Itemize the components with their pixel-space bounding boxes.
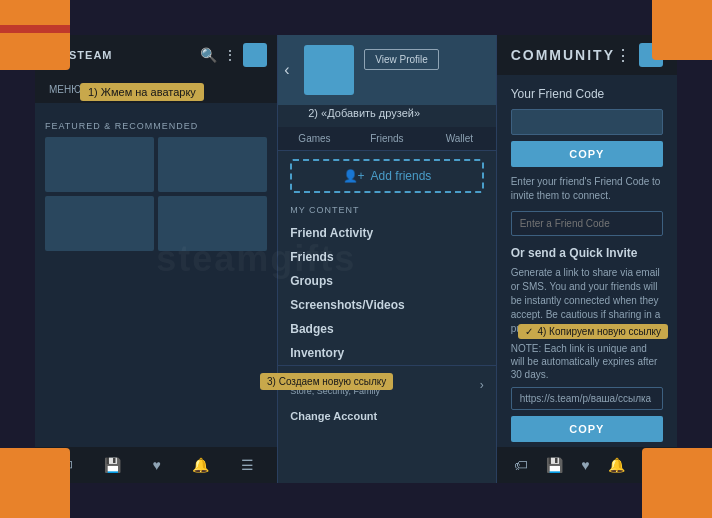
friend-code-input[interactable] [511, 109, 663, 135]
gift-decoration-bottom-right [642, 448, 712, 518]
annotation-create-link: 3) Создаем новую ссылку [260, 373, 393, 390]
annotation-4-text: 4) Копируем новую ссылку [537, 326, 661, 337]
enter-friend-code-input[interactable] [511, 211, 663, 236]
search-icon[interactable]: 🔍 [200, 47, 217, 63]
middle-panel-profile: ‹ View Profile 2) «Добавить друзей» Game… [278, 35, 496, 483]
profile-header: ‹ View Profile [278, 35, 495, 105]
chevron-right-icon: › [480, 378, 484, 392]
link-url-input[interactable] [511, 387, 663, 410]
add-friends-label: Add friends [371, 169, 432, 183]
check-icon: ✓ [525, 326, 533, 337]
content-item-friend-activity[interactable]: Friend Activity [290, 221, 483, 245]
community-header: COMMUNITY ⋮ [497, 35, 677, 75]
header-icons: 🔍 ⋮ [200, 43, 267, 67]
copy-link-button[interactable]: COPY [511, 416, 663, 442]
library-icon[interactable]: 💾 [104, 457, 121, 473]
add-friends-icon: 👤+ [343, 169, 365, 183]
change-account-btn[interactable]: Change Account [278, 404, 495, 428]
featured-label: FEATURED & RECOMMENDED [45, 121, 267, 131]
copy-friend-code-button[interactable]: COPY [511, 141, 663, 167]
friend-code-section-title: Your Friend Code [511, 87, 663, 101]
more-icon[interactable]: ⋮ [223, 47, 237, 63]
steam-header: STEAM 🔍 ⋮ [35, 35, 277, 75]
annotation-2-wrapper: 2) «Добавить друзей» [278, 105, 495, 127]
gift-decoration-top-left [0, 0, 70, 70]
invite-text: Enter your friend's Friend Code to invit… [511, 175, 663, 203]
content-item-screenshots[interactable]: Screenshots/Videos [290, 293, 483, 317]
tab-friends[interactable]: Friends [351, 127, 423, 150]
avatar[interactable] [243, 43, 267, 67]
annotation-4-wrapper: ✓ 4) Копируем новую ссылку NOTE: Each li… [511, 342, 663, 381]
note-text: NOTE: Each link is unique and will be au… [511, 342, 663, 381]
annotation-copy-link: ✓ 4) Копируем новую ссылку [518, 324, 668, 339]
featured-img-3 [45, 196, 154, 251]
library-icon-right[interactable]: 💾 [546, 457, 563, 473]
view-profile-button[interactable]: View Profile [364, 49, 439, 70]
bottom-nav-left: 🏷 💾 ♥ 🔔 ☰ [35, 447, 277, 483]
tab-wallet[interactable]: Wallet [423, 127, 495, 150]
community-content: Your Friend Code COPY Enter your friend'… [497, 75, 677, 447]
heart-icon[interactable]: ♥ [152, 457, 160, 473]
featured-section: FEATURED & RECOMMENDED [45, 121, 267, 251]
my-content-label: MY CONTENT [290, 205, 483, 215]
back-arrow-icon[interactable]: ‹ [284, 61, 289, 79]
add-friends-button[interactable]: 👤+ Add friends [290, 159, 483, 193]
profile-tabs: Games Friends Wallet [278, 127, 495, 151]
my-content-section: MY CONTENT Friend Activity Friends Group… [278, 201, 495, 365]
bell-icon-right[interactable]: 🔔 [608, 457, 625, 473]
content-item-friends[interactable]: Friends [290, 245, 483, 269]
quick-invite-title: Or send a Quick Invite [511, 246, 663, 260]
content-item-badges[interactable]: Badges [290, 317, 483, 341]
heart-icon-right[interactable]: ♥ [581, 457, 589, 473]
gift-decoration-bottom-left [0, 448, 70, 518]
annotation-click-avatar: 1) Жмем на аватарку [80, 83, 204, 101]
right-panel-community: COMMUNITY ⋮ Your Friend Code COPY Enter … [497, 35, 677, 483]
featured-images [45, 137, 267, 251]
more-options-icon[interactable]: ⋮ [615, 46, 631, 65]
gift-decoration-top-right [652, 0, 712, 60]
steam-logo-text: STEAM [69, 49, 113, 61]
featured-img-4 [158, 196, 267, 251]
featured-img-2 [158, 137, 267, 192]
bell-icon[interactable]: 🔔 [192, 457, 209, 473]
menu-icon[interactable]: ☰ [241, 457, 254, 473]
store-icon-right[interactable]: 🏷 [514, 457, 528, 473]
featured-img-1 [45, 137, 154, 192]
main-container: STEAM 🔍 ⋮ МЕНЮ▼ WISHLIST WALLET 1) Жмем … [35, 35, 677, 483]
profile-avatar [304, 45, 354, 95]
left-content: FEATURED & RECOMMENDED [35, 103, 277, 447]
content-item-groups[interactable]: Groups [290, 269, 483, 293]
tab-games[interactable]: Games [278, 127, 350, 150]
content-item-inventory[interactable]: Inventory [290, 341, 483, 365]
annotation-add-friends: 2) «Добавить друзей» [308, 107, 420, 119]
community-title: COMMUNITY [511, 47, 615, 63]
left-panel-steam: STEAM 🔍 ⋮ МЕНЮ▼ WISHLIST WALLET 1) Жмем … [35, 35, 278, 483]
